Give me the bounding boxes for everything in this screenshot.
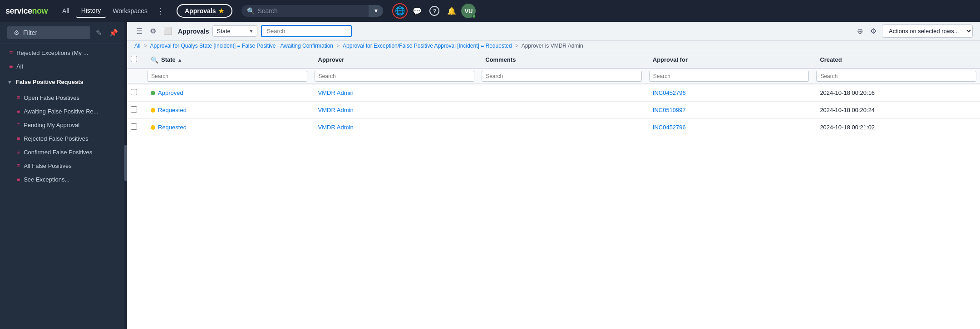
th-state: 🔍 State ▲ <box>143 51 311 69</box>
toolbar-right: ⊕ ⚙ Actions on selected rows... <box>855 25 973 38</box>
search-col-approver <box>311 69 478 84</box>
nav-all[interactable]: All <box>57 5 75 17</box>
avatar-button[interactable]: VU <box>461 4 476 18</box>
approver-link-1[interactable]: VMDR Admin <box>318 107 354 113</box>
state-dropdown[interactable]: StateApprovedRequestedRejected ▼ <box>212 25 257 37</box>
state-link-1[interactable]: Requested <box>158 107 187 113</box>
sidebar-item-confirmed-false-positives[interactable]: ≡ Confirmed False Positives <box>0 145 127 159</box>
module-title: Approvals <box>178 28 209 35</box>
search-created-input[interactable] <box>816 71 976 82</box>
sidebar: ⚙ Filter ✎ 📌 ≡ Rejected Exceptions (My .… <box>0 22 127 329</box>
search-state-input[interactable] <box>147 71 307 82</box>
state-link-0[interactable]: Approved <box>158 89 183 96</box>
breadcrumb-segment2[interactable]: Approval for Exception/False Positive Ap… <box>343 43 512 49</box>
col-created-label: Created <box>820 56 842 63</box>
search-icon-state[interactable]: 🔍 <box>151 56 158 64</box>
sidebar-item-all-false-positives[interactable]: ≡ All False Positives <box>0 159 127 172</box>
globe-icon: 🌐 <box>395 6 405 16</box>
col-approver-label: Approver <box>318 56 345 63</box>
sort-arrow-icon: ▲ <box>177 57 182 63</box>
table-row: RequestedVMDR AdminINC04527962024-10-18 … <box>127 119 980 136</box>
hamburger-icon: ☰ <box>136 27 143 35</box>
notifications-button[interactable]: 🔔 <box>444 3 459 19</box>
breadcrumb-segment3: Approver is VMDR Admin <box>522 43 583 49</box>
dropdown-chevron-icon: ▼ <box>249 29 253 34</box>
row-0-approver: VMDR Admin <box>311 84 478 102</box>
th-approver: Approver <box>311 51 478 69</box>
logo[interactable]: servicenow <box>5 6 48 16</box>
nav-more-icon[interactable]: ⋮ <box>154 4 167 18</box>
state-sort[interactable]: State ▲ <box>161 56 182 63</box>
settings-button[interactable]: ⚙ <box>868 25 878 37</box>
help-button[interactable]: ? <box>427 3 442 19</box>
sidebar-item-rejected-exceptions[interactable]: ≡ Rejected Exceptions (My ... <box>0 46 127 59</box>
sidebar-item-open-false-positives[interactable]: ≡ Open False Positives <box>0 91 127 104</box>
breadcrumb-segment1[interactable]: Approval for Qualys State [Incident] = F… <box>150 43 333 49</box>
filter-search-input[interactable] <box>261 25 352 37</box>
row-1-checkbox[interactable] <box>131 106 137 113</box>
group-label: False Positive Requests <box>16 79 84 85</box>
search-comments-input[interactable] <box>482 71 642 82</box>
row-2-comments <box>478 119 645 136</box>
filter-icon-btn: ⚙ <box>150 27 156 35</box>
view-button[interactable]: ⬜ <box>162 25 174 37</box>
sidebar-section-top: ≡ Rejected Exceptions (My ... ≡ All <box>0 44 127 75</box>
search-icon: 🔍 <box>247 7 255 15</box>
scrollbar-thumb[interactable] <box>124 145 127 181</box>
breadcrumb-sep-1: > <box>144 43 147 49</box>
logo-text: servicenow <box>5 6 48 16</box>
table-row: RequestedVMDR AdminINC05109972024-10-18 … <box>127 102 980 119</box>
select-all-col <box>127 51 143 69</box>
approver-link-2[interactable]: VMDR Admin <box>318 124 354 131</box>
sidebar-item-see-exceptions[interactable]: ≡ See Exceptions... <box>0 172 127 186</box>
filter-button[interactable]: ⚙ Filter <box>7 26 90 39</box>
sidebar-item-label: Rejected Exceptions (My ... <box>16 49 88 56</box>
pin-button[interactable]: 📌 <box>107 27 120 39</box>
search-dropdown-button[interactable]: ▼ <box>369 5 383 17</box>
sidebar-item-rejected-false-positives[interactable]: ≡ Rejected False Positives <box>0 132 127 145</box>
approval-for-link-2[interactable]: INC0452796 <box>653 124 686 131</box>
row-2-checkbox[interactable] <box>131 123 137 130</box>
sidebar-item-label-all: All <box>16 63 23 70</box>
approval-for-link-1[interactable]: INC0510997 <box>653 107 686 113</box>
search-col-state <box>143 69 311 84</box>
actions-dropdown[interactable]: Actions on selected rows... <box>882 25 973 38</box>
status-dot-0 <box>151 91 155 95</box>
list-icon-5: ≡ <box>16 148 20 156</box>
filter-icon-button[interactable]: ⚙ <box>148 25 158 37</box>
sidebar-item-pending-approval[interactable]: ≡ Pending My Approval <box>0 118 127 132</box>
nav-workspaces[interactable]: Workspaces <box>107 5 153 17</box>
sidebar-header: ⚙ Filter ✎ 📌 <box>0 22 127 44</box>
select-all-checkbox[interactable] <box>131 56 137 62</box>
sidebar-item-awaiting[interactable]: ≡ Awaiting False Positive Re... <box>0 104 127 118</box>
chat-button[interactable]: 💬 <box>409 3 425 19</box>
approvals-button[interactable]: Approvals ★ <box>177 4 232 18</box>
star-icon: ★ <box>218 7 224 15</box>
avatar-initials: VU <box>464 8 473 15</box>
add-filter-button[interactable]: ⊕ <box>855 25 865 37</box>
breadcrumb-all[interactable]: All <box>134 43 140 49</box>
row-1-created: 2024-10-18 00:20:24 <box>813 102 980 119</box>
breadcrumb-sep-3: > <box>515 43 518 49</box>
pin-icon: 📌 <box>109 29 118 37</box>
row-0-checkbox[interactable] <box>131 89 137 95</box>
content-toolbar: ☰ ⚙ ⬜ Approvals StateApprovedRequestedRe… <box>127 22 980 41</box>
sidebar-item-label-2: Awaiting False Positive Re... <box>24 108 98 115</box>
edit-button[interactable]: ✎ <box>94 27 103 39</box>
approvals-button-wrapper: Approvals ★ <box>177 4 232 18</box>
state-select[interactable]: StateApprovedRequestedRejected <box>217 28 247 34</box>
globe-button[interactable]: 🌐 <box>392 3 408 19</box>
row-1-check <box>127 102 143 119</box>
search-input[interactable] <box>257 7 369 15</box>
row-0-comments <box>478 84 645 102</box>
sidebar-item-all[interactable]: ≡ All <box>0 59 127 73</box>
search-approver-input[interactable] <box>315 71 475 82</box>
toggle-sidebar-button[interactable]: ☰ <box>134 25 144 37</box>
approver-link-0[interactable]: VMDR Admin <box>318 89 354 96</box>
row-2-approval-for: INC0452796 <box>645 119 813 136</box>
false-positive-requests-group[interactable]: ▼ False Positive Requests <box>0 75 127 89</box>
search-approval-for-input[interactable] <box>649 71 809 82</box>
approval-for-link-0[interactable]: INC0452796 <box>653 89 686 96</box>
nav-history[interactable]: History <box>76 4 107 18</box>
state-link-2[interactable]: Requested <box>158 124 187 131</box>
